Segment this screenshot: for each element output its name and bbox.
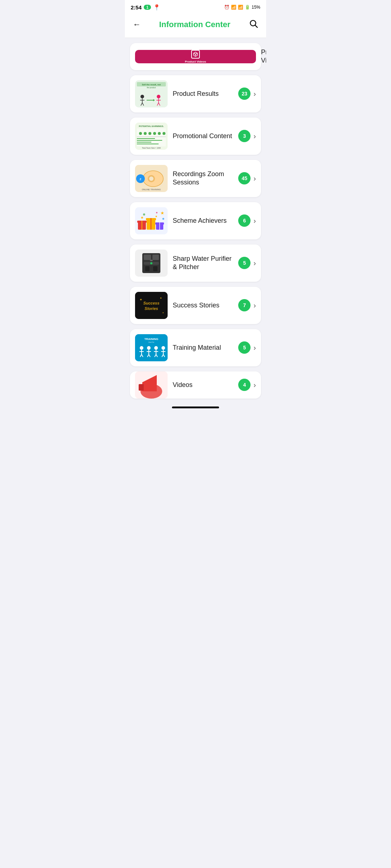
item-right: 6 ›	[238, 214, 256, 227]
chevron-icon: ›	[253, 344, 256, 352]
list-item[interactable]: Z ONLINE TRAINING Recordings Zoom Sessio…	[130, 160, 261, 197]
item-right: 5 ›	[238, 257, 256, 269]
svg-rect-62	[145, 266, 150, 271]
item-label: Promotional Content	[173, 132, 233, 140]
count-badge: 5	[238, 341, 251, 354]
status-time: 2:54	[131, 4, 142, 10]
svg-point-64	[150, 262, 152, 264]
header: ← Information Center	[125, 13, 266, 38]
svg-rect-59	[144, 255, 151, 260]
item-right: 3 ›	[238, 130, 256, 142]
thumbnail-svg: Z ONLINE TRAINING	[135, 165, 168, 192]
item-label: Scheme Achievers	[173, 217, 233, 225]
battery-percent: 15%	[252, 5, 260, 10]
chevron-icon: ›	[253, 217, 256, 225]
battery-icon: 🔋	[245, 5, 250, 10]
back-button[interactable]: ←	[131, 18, 142, 31]
svg-text:Total Team Size = 1000: Total Team Size = 1000	[142, 147, 161, 149]
content-list: Product Videos Products Videos 22 › Sell…	[125, 38, 266, 404]
svg-point-24	[148, 132, 151, 135]
thumbnail-svg	[135, 250, 168, 277]
svg-point-14	[157, 95, 160, 98]
svg-rect-29	[137, 138, 155, 139]
item-right: 7 ›	[238, 299, 256, 311]
item-thumbnail-product-results: Sell the result, not the product	[135, 80, 168, 107]
list-item[interactable]: Sharp Water Purifier & Pitcher 5 ›	[130, 244, 261, 282]
item-label: Products Videos	[261, 48, 266, 65]
item-right: 5 ›	[238, 341, 256, 354]
list-item[interactable]: POTENTIAL EARNINGS. Total Team Size = 10…	[130, 118, 261, 155]
svg-point-88	[161, 346, 165, 350]
svg-rect-28	[137, 136, 166, 137]
alarm-icon: ⏰	[224, 5, 230, 10]
item-thumbnail-recordings: Z ONLINE TRAINING	[135, 165, 168, 192]
signal-icon: 📶	[238, 5, 243, 10]
list-item[interactable]: ★ ★ ★ Scheme Achievers 6 ›	[130, 202, 261, 239]
list-item[interactable]: TRAINING Just for Training Material 5 ›	[130, 329, 261, 366]
item-label: Product Results	[173, 90, 233, 98]
item-thumbnail-videos	[135, 371, 168, 399]
item-thumbnail-water	[135, 250, 168, 277]
svg-text:the product: the product	[147, 86, 156, 89]
location-icon: 📍	[153, 4, 160, 11]
thumbnail-svg	[135, 371, 168, 399]
item-thumbnail-training: TRAINING Just for	[135, 334, 168, 361]
status-right: ⏰ 📶 📶 🔋 15%	[224, 5, 260, 10]
svg-point-22	[139, 132, 142, 135]
list-item[interactable]: Sell the result, not the product Product	[130, 75, 261, 112]
svg-point-27	[163, 132, 165, 135]
svg-text:Success: Success	[143, 301, 160, 305]
item-right: 4 ›	[238, 379, 256, 391]
thumbnail-svg: ★ ★ ★	[135, 207, 168, 234]
list-item[interactable]: Product Videos Products Videos 22 ›	[130, 43, 261, 70]
list-item[interactable]: Videos 4 ›	[130, 371, 261, 399]
count-badge: 3	[238, 130, 251, 142]
svg-text:✦: ✦	[162, 312, 164, 314]
status-bar: 2:54 1 📍 ⏰ 📶 📶 🔋 15%	[125, 0, 266, 13]
item-label: Success Stories	[173, 301, 233, 310]
svg-rect-60	[152, 255, 159, 260]
page-title: Information Center	[142, 20, 247, 29]
svg-text:✦: ✦	[139, 298, 142, 302]
count-badge: 45	[238, 172, 251, 184]
chevron-icon: ›	[253, 174, 256, 183]
thumbnail-svg: TRAINING Just for	[135, 334, 168, 361]
svg-point-56	[163, 218, 164, 220]
item-right: 23 ›	[238, 88, 256, 100]
svg-point-23	[144, 132, 147, 135]
count-badge: 6	[238, 214, 251, 227]
svg-text:POTENTIAL EARNINGS.: POTENTIAL EARNINGS.	[139, 125, 164, 127]
item-label: Sharp Water Purifier & Pitcher	[173, 255, 233, 272]
count-badge: 5	[238, 257, 251, 269]
search-button[interactable]	[247, 17, 260, 32]
svg-point-37	[149, 176, 154, 181]
svg-text:Sell the result, not: Sell the result, not	[142, 84, 161, 86]
chevron-icon: ›	[253, 381, 256, 389]
item-thumbnail-success: Success Stories ✦ ✦ ✦	[135, 292, 168, 319]
svg-rect-63	[153, 266, 157, 271]
svg-rect-30	[137, 140, 162, 141]
svg-text:ONLINE TRAINING: ONLINE TRAINING	[142, 188, 161, 191]
thumb-label: Product Videos	[185, 60, 206, 63]
item-label: Videos	[173, 381, 233, 389]
thumbnail-svg: POTENTIAL EARNINGS. Total Team Size = 10…	[135, 123, 168, 150]
svg-text:★: ★	[160, 210, 164, 216]
box-icon	[191, 50, 200, 59]
svg-point-7	[140, 95, 144, 98]
svg-point-26	[158, 132, 161, 135]
count-badge: 7	[238, 299, 251, 311]
status-left: 2:54 1 📍	[131, 4, 160, 11]
list-item[interactable]: Success Stories ✦ ✦ ✦ Success Stories 7 …	[130, 287, 261, 324]
thumbnail-svg: Sell the result, not the product	[135, 80, 168, 107]
item-thumbnail-products-videos: Product Videos	[135, 50, 256, 63]
item-thumbnail-scheme: ★ ★ ★	[135, 207, 168, 234]
chevron-icon: ›	[253, 301, 256, 310]
wifi-icon: 📶	[231, 5, 236, 10]
item-thumbnail-promotional: POTENTIAL EARNINGS. Total Team Size = 10…	[135, 123, 168, 150]
svg-rect-66	[135, 292, 168, 319]
svg-point-73	[140, 346, 143, 350]
item-label: Training Material	[173, 344, 233, 352]
item-label: Recordings Zoom Sessions	[173, 170, 233, 187]
svg-text:★: ★	[140, 216, 144, 220]
sim-badge: 1	[144, 5, 151, 10]
